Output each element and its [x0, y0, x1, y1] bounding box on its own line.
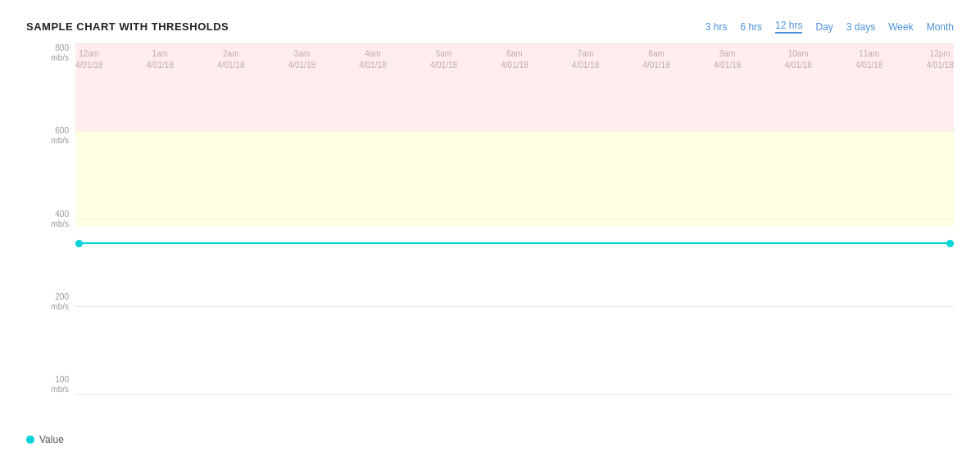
grid-line-4 — [75, 394, 954, 395]
data-line-dot-right — [946, 240, 954, 247]
time-filter-day[interactable]: Day — [815, 21, 833, 33]
y-label-600: 600mb/s — [26, 126, 75, 146]
grid-line-3 — [75, 306, 954, 307]
legend-label: Value — [39, 434, 64, 445]
chart-header: SAMPLE CHART WITH THRESHOLDS 3 hrs6 hrs1… — [26, 20, 954, 34]
chart-title: SAMPLE CHART WITH THRESHOLDS — [26, 20, 229, 33]
time-filter-week[interactable]: Week — [888, 21, 913, 33]
legend: Value — [26, 434, 954, 445]
y-label-400: 400mb/s — [26, 210, 75, 229]
chart-plot: 12am4/01/181am4/01/182am4/01/183am4/01/1… — [75, 43, 954, 421]
y-label-800: 800mb/s — [26, 43, 75, 63]
chart-container: 800mb/s600mb/s400mb/s200mb/s100mb/s 12am… — [26, 43, 954, 445]
y-axis: 800mb/s600mb/s400mb/s200mb/s100mb/s — [26, 43, 75, 421]
threshold-yellow-band — [75, 131, 954, 225]
chart-area: 800mb/s600mb/s400mb/s200mb/s100mb/s 12am… — [26, 43, 954, 421]
data-line-dot-left — [75, 240, 83, 247]
y-label-100: 100mb/s — [26, 375, 75, 395]
legend-dot — [26, 436, 34, 444]
time-filter-3days[interactable]: 3 days — [846, 21, 875, 33]
time-filter-6hrs[interactable]: 6 hrs — [740, 21, 762, 33]
page: SAMPLE CHART WITH THRESHOLDS 3 hrs6 hrs1… — [0, 0, 980, 465]
threshold-red-band — [75, 43, 954, 131]
time-filter-3hrs[interactable]: 3 hrs — [706, 21, 728, 33]
time-filter-group: 3 hrs6 hrs12 hrsDay3 daysWeekMonth — [706, 20, 954, 34]
time-filter-12hrs[interactable]: 12 hrs — [775, 20, 802, 34]
data-line — [75, 242, 954, 244]
time-filter-month[interactable]: Month — [927, 21, 954, 33]
y-label-200: 200mb/s — [26, 292, 75, 312]
